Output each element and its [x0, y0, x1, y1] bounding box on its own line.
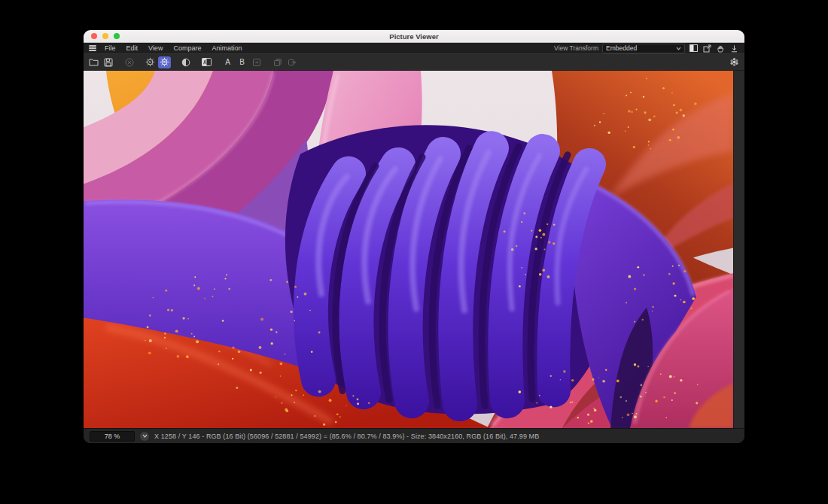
open-folder-icon [89, 58, 99, 66]
split-view-icon[interactable] [689, 44, 699, 53]
save-button[interactable] [102, 56, 114, 68]
paste-button [285, 56, 298, 68]
filter-gear-icon [160, 57, 169, 67]
zoom-input[interactable] [90, 431, 135, 442]
ab-compare-icon [202, 58, 212, 66]
contrast-icon [181, 58, 190, 67]
scrollbar-gutter[interactable] [733, 71, 744, 428]
contrast-button[interactable] [179, 56, 192, 68]
menu-animation[interactable]: Animation [206, 44, 247, 52]
swap-ab-button [250, 56, 263, 68]
save-icon [104, 58, 113, 67]
settings-gear-icon [145, 57, 155, 67]
open-folder-button[interactable] [87, 56, 100, 68]
chevron-down-icon [142, 434, 148, 438]
hamburger-icon[interactable] [89, 45, 96, 51]
view-transform-dropdown[interactable]: Embedded [602, 44, 685, 53]
rendered-image[interactable] [84, 71, 733, 428]
swap-ab-icon [252, 58, 261, 67]
chevron-down-icon [676, 47, 681, 50]
status-bar: X 1258 / Y 146 - RGB (16 Bit) (56096 / 5… [84, 428, 744, 443]
stop-render-button [123, 56, 135, 68]
titlebar[interactable]: Picture Viewer [84, 30, 744, 43]
ab-compare-button[interactable] [200, 56, 213, 68]
render-settings-flower-icon [729, 57, 739, 67]
set-b-label: B [239, 58, 245, 66]
traffic-lights [84, 33, 120, 39]
menu-file[interactable]: File [99, 44, 121, 52]
picture-viewer-window: Picture Viewer File Edit View Compare An… [84, 30, 744, 443]
copy-icon [273, 58, 282, 67]
close-button[interactable] [91, 33, 97, 39]
dock-down-icon[interactable] [729, 44, 739, 53]
menu-compare[interactable]: Compare [168, 44, 206, 52]
paste-icon [288, 58, 297, 67]
menu-edit[interactable]: Edit [121, 44, 144, 52]
stop-render-icon [125, 58, 134, 67]
set-b-button[interactable]: B [236, 56, 248, 68]
pixel-info-text: X 1258 / Y 146 - RGB (16 Bit) (56096 / 5… [154, 433, 539, 440]
set-a-label: A [225, 58, 230, 66]
filter-gear-button[interactable] [158, 56, 171, 68]
render-settings-button[interactable] [728, 56, 741, 68]
pop-out-icon[interactable] [702, 44, 712, 53]
window-title: Picture Viewer [84, 32, 744, 41]
copy-button [271, 56, 284, 68]
set-a-button[interactable]: A [221, 56, 234, 68]
desktop: { "window": { "title": "Picture Viewer" … [0, 0, 828, 504]
view-transform-label: View Transform [554, 44, 598, 52]
zoom-button[interactable] [114, 33, 120, 39]
minimize-button[interactable] [102, 33, 108, 39]
image-viewport [84, 71, 744, 428]
menu-view[interactable]: View [143, 44, 168, 52]
zoom-dropdown-button[interactable] [140, 432, 149, 441]
toolbar: A B [84, 53, 744, 71]
menu-bar: File Edit View Compare Animation View Tr… [84, 43, 744, 53]
settings-gear-button[interactable] [144, 56, 157, 68]
hand-pan-icon[interactable] [716, 44, 726, 53]
view-transform-value: Embedded [606, 44, 637, 52]
